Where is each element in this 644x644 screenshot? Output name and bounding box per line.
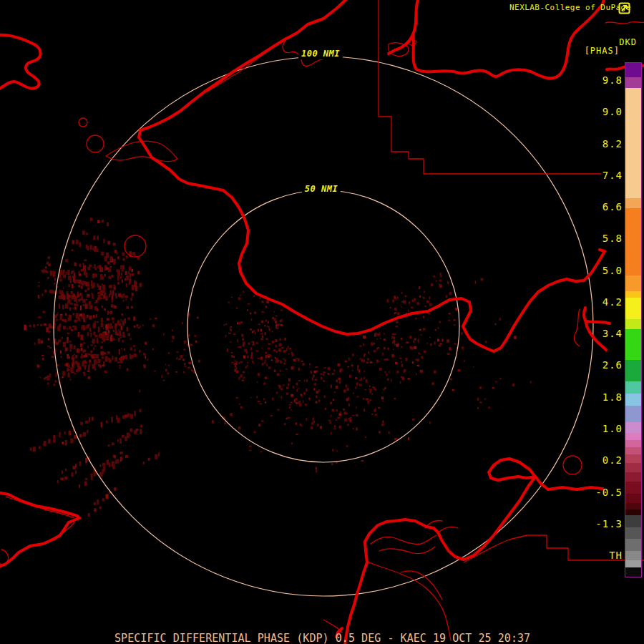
colorbar-segment xyxy=(625,440,641,447)
cod-arrow-logo-icon xyxy=(618,2,630,14)
colorbar-segment xyxy=(625,298,641,319)
colorbar-segment xyxy=(625,422,641,433)
colorbar-segment xyxy=(625,509,641,515)
small-lake-circle xyxy=(87,135,104,152)
colorbar-tick-label: 4.2 xyxy=(572,296,623,308)
lake-outline-topleft xyxy=(0,35,41,90)
colorbar-segment xyxy=(625,433,641,440)
map-thin-lines xyxy=(0,0,644,640)
colorbar-segment xyxy=(625,515,641,527)
colorbar-segment xyxy=(625,77,641,88)
colorbar-segment xyxy=(625,454,641,463)
coastline-bottom-bay xyxy=(345,477,535,644)
lagoon-line xyxy=(202,38,338,94)
product-units-label: [PHAS] xyxy=(544,46,620,56)
colorbar-tick-label: -0.5 xyxy=(572,487,623,498)
colorbar-tick-label: 1.8 xyxy=(572,391,623,403)
bay-detail xyxy=(379,547,435,554)
colorbar-segment xyxy=(625,319,641,329)
colorbar-segment xyxy=(625,406,641,422)
colorbar-segment xyxy=(625,494,641,503)
colorbar-tick-label: 9.8 xyxy=(572,74,623,86)
radar-map-canvas xyxy=(0,0,644,644)
colorbar-tick-label: 2.6 xyxy=(572,359,623,371)
county-border-staircase xyxy=(379,0,601,174)
colorbar-tick-label: 7.4 xyxy=(572,170,623,181)
colorbar-segment xyxy=(625,503,641,509)
colorbar-segment xyxy=(625,291,641,298)
colorbar-segment xyxy=(625,527,641,539)
colorbar-segment xyxy=(625,63,641,77)
colorbar-tick-label: TH xyxy=(572,550,623,561)
colorbar-tick-label: 6.6 xyxy=(572,201,623,213)
bay-detail xyxy=(401,571,442,600)
colorbar-segment xyxy=(625,275,641,291)
small-lake-circle xyxy=(79,118,87,127)
colorbar xyxy=(625,62,642,577)
main-coastline xyxy=(139,0,605,351)
colorbar-segment xyxy=(625,381,641,394)
lake-outline-bottomright xyxy=(489,459,535,480)
colorbar-segment xyxy=(625,394,641,406)
colorbar-tick-label: 8.2 xyxy=(572,138,623,150)
colorbar-segment xyxy=(625,539,641,551)
product-caption: SPECIFIC DIFFERENTIAL PHASE (KDP) 0.5 DE… xyxy=(114,632,530,644)
colorbar-stack xyxy=(625,63,641,577)
colorbar-segment xyxy=(625,88,641,198)
colorbar-segment xyxy=(625,463,641,472)
brand-text: NEXLAB-College of DuPage xyxy=(509,3,631,12)
colorbar-tick-label: 5.0 xyxy=(572,265,623,276)
colorbar-tick-label: 3.4 xyxy=(572,328,623,339)
colorbar-segment xyxy=(625,360,641,381)
colorbar-segment xyxy=(625,198,641,208)
county-border-topright xyxy=(605,21,644,24)
range-ring-label-100nmi: 100 NMI xyxy=(298,48,343,59)
colorbar-segment xyxy=(625,329,641,360)
radar-echoes xyxy=(24,218,531,517)
colorbar-tick-label: 0.2 xyxy=(572,454,623,466)
colorbar-tick-label: 1.0 xyxy=(572,423,623,434)
coast-detail-bottomleft xyxy=(6,497,74,540)
colorbar-segment xyxy=(625,472,641,482)
colorbar-segment xyxy=(625,482,641,494)
colorbar-segment xyxy=(625,567,641,577)
colorbar-tick-label: 5.8 xyxy=(572,233,623,244)
range-ring-label-50nmi: 50 NMI xyxy=(302,183,341,195)
bay-detail xyxy=(369,562,451,640)
colorbar-segment xyxy=(625,551,641,560)
colorbar-tick-label: 9.0 xyxy=(572,106,623,117)
bay-detail xyxy=(371,535,436,544)
colorbar-segment xyxy=(625,560,641,567)
colorbar-segment xyxy=(625,208,641,275)
colorbar-segment xyxy=(625,447,641,454)
colorbar-tick-label: -1.3 xyxy=(572,518,623,530)
